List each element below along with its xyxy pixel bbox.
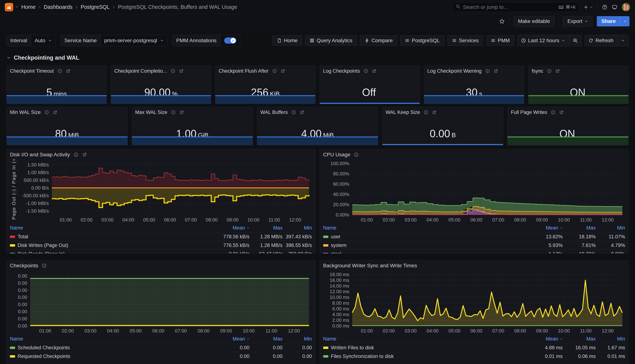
breadcrumb-dashboards[interactable]: Dashboards bbox=[44, 4, 72, 10]
stat-panel-wal-buffers[interactable]: WAL Buffers4.00MiB bbox=[257, 107, 378, 145]
user-avatar[interactable] bbox=[622, 3, 630, 12]
legend-header-mean[interactable]: Mean bbox=[198, 336, 250, 342]
checkpoints-chart[interactable]: 0.000.000.000.000.000.000.000.0001:0002:… bbox=[10, 270, 312, 334]
info-icon[interactable] bbox=[354, 152, 359, 157]
svg-text:-500.00 kB/s: -500.00 kB/s bbox=[22, 193, 49, 198]
svg-text:09:00: 09:00 bbox=[536, 328, 548, 334]
external-link-icon[interactable] bbox=[179, 69, 183, 74]
time-range-picker[interactable]: Last 12 hours bbox=[517, 35, 569, 46]
legend-header-max[interactable]: Max bbox=[250, 336, 283, 342]
pmm-menu-button[interactable]: PMM bbox=[486, 36, 514, 46]
stat-panel-min-wal-size[interactable]: Min WAL Size80MiB bbox=[7, 107, 128, 145]
query-analytics-button[interactable]: Query Analytics bbox=[305, 36, 357, 46]
svg-text:-1.00 MB/s: -1.00 MB/s bbox=[26, 200, 49, 206]
section-checkpointing-and-wal[interactable]: Checkpointing and WAL bbox=[7, 54, 628, 62]
stat-gauge-bar bbox=[528, 95, 628, 104]
breadcrumb-home[interactable]: Home bbox=[21, 4, 36, 10]
info-icon[interactable] bbox=[291, 110, 296, 115]
export-button[interactable]: Export bbox=[563, 16, 593, 26]
legend-header-max[interactable]: Max bbox=[250, 225, 283, 231]
legend-header-mean[interactable]: Mean bbox=[511, 336, 563, 342]
info-icon[interactable] bbox=[272, 69, 277, 74]
document-icon bbox=[277, 38, 282, 43]
stat-gauge-bar bbox=[257, 136, 378, 145]
search-input[interactable]: Search or jump to... ⌘+k bbox=[452, 2, 579, 12]
external-link-icon[interactable] bbox=[559, 110, 564, 115]
breadcrumb-postgresql[interactable]: PostgreSQL bbox=[81, 4, 110, 10]
stat-panel-log-checkpoint-warning[interactable]: Log Checkpoint Warning30s bbox=[424, 66, 524, 104]
zoom-out-button[interactable] bbox=[569, 35, 581, 46]
kiosk-mode-button[interactable] bbox=[612, 4, 617, 10]
logo-chevron-icon[interactable] bbox=[15, 5, 19, 10]
stat-panel-checkpoint-completion[interactable]: Checkpoint Completio...90.00% bbox=[111, 66, 211, 104]
legend-header-name[interactable]: Name bbox=[323, 336, 511, 342]
legend-header-name[interactable]: Name bbox=[10, 225, 198, 231]
external-link-icon[interactable] bbox=[281, 69, 285, 74]
svg-text:10:00: 10:00 bbox=[243, 328, 255, 334]
legend-header-min[interactable]: Min bbox=[596, 336, 625, 342]
help-button[interactable] bbox=[602, 4, 607, 10]
info-icon[interactable] bbox=[74, 152, 78, 157]
stat-panel-full-page-writes[interactable]: Full Page WritesON bbox=[507, 107, 628, 145]
cpu-usage-chart[interactable]: 0.00%20.00%40.00%60.00%80.00%100.00%01:0… bbox=[323, 159, 625, 223]
interval-select[interactable]: Auto bbox=[31, 35, 56, 46]
stat-panel-max-wal-size[interactable]: Max WAL Size1.00GiB bbox=[132, 107, 253, 145]
info-icon[interactable] bbox=[547, 69, 552, 74]
stat-panel-fsync[interactable]: fsyncON bbox=[528, 66, 628, 104]
info-icon[interactable] bbox=[58, 69, 62, 74]
external-link-icon[interactable] bbox=[53, 110, 57, 115]
stat-panel-log-checkpoints[interactable]: Log CheckpointsOff bbox=[320, 66, 420, 104]
info-icon[interactable] bbox=[551, 110, 555, 115]
info-icon[interactable] bbox=[424, 110, 428, 115]
legend-header-min[interactable]: Min bbox=[596, 225, 625, 231]
add-new-button[interactable] bbox=[583, 4, 593, 10]
home-link-button[interactable]: Home bbox=[272, 36, 302, 46]
service-name-select[interactable]: pmm-server-postgresql bbox=[101, 35, 167, 46]
postgresql-menu-button[interactable]: PostgreSQL bbox=[400, 36, 445, 46]
external-link-icon[interactable] bbox=[432, 110, 437, 115]
time-picker-group: Last 12 hours bbox=[517, 35, 582, 46]
legend-header-min[interactable]: Min bbox=[283, 336, 312, 342]
legend-header-max[interactable]: Max bbox=[563, 225, 596, 231]
info-icon[interactable] bbox=[485, 69, 490, 74]
info-icon[interactable] bbox=[364, 69, 368, 74]
legend-header-name[interactable]: Name bbox=[323, 225, 511, 231]
pmm-annotations-toggle[interactable]: ✓ bbox=[221, 35, 240, 46]
external-link-icon[interactable] bbox=[82, 152, 87, 157]
info-icon[interactable] bbox=[42, 263, 47, 268]
external-link-icon[interactable] bbox=[179, 110, 184, 115]
external-link-icon[interactable] bbox=[372, 69, 376, 74]
disk-io-chart[interactable]: 1.50 MB/s1.00 MB/s500.00 kB/s0.00 B/s-50… bbox=[10, 159, 312, 223]
make-editable-button[interactable]: Make editable bbox=[513, 16, 554, 26]
series-swatch bbox=[323, 346, 328, 349]
external-link-icon[interactable] bbox=[555, 69, 560, 74]
legend-header-min[interactable]: Min bbox=[283, 225, 312, 231]
info-icon[interactable] bbox=[171, 110, 176, 115]
legend-header-mean[interactable]: Mean bbox=[511, 225, 563, 231]
legend-header-max[interactable]: Max bbox=[563, 336, 596, 342]
info-icon[interactable] bbox=[45, 110, 49, 115]
svg-text:0.00: 0.00 bbox=[18, 323, 27, 328]
grafana-logo[interactable] bbox=[5, 3, 13, 12]
legend-header-mean[interactable]: Mean bbox=[198, 225, 250, 231]
favorite-star-button[interactable] bbox=[499, 18, 505, 24]
stat-title: WAL Buffers bbox=[260, 110, 288, 115]
share-button[interactable]: Share bbox=[597, 16, 620, 26]
external-link-icon[interactable] bbox=[494, 69, 498, 74]
services-menu-button[interactable]: Services bbox=[447, 36, 483, 46]
info-icon[interactable] bbox=[171, 69, 175, 74]
legend-header-name[interactable]: Name bbox=[10, 336, 198, 342]
share-menu-button[interactable] bbox=[620, 16, 629, 26]
refresh-interval-button[interactable] bbox=[617, 35, 628, 46]
external-link-icon[interactable] bbox=[300, 110, 304, 115]
stat-panel-checkpoint-flush-after[interactable]: Checkpoint Flush After256KiB bbox=[215, 66, 315, 104]
stat-panel-checkpoint-timeout[interactable]: Checkpoint Timeout5mins bbox=[7, 66, 107, 104]
stat-panel-wal-keep-size[interactable]: WAL Keep Size0.00B bbox=[382, 107, 503, 145]
refresh-icon bbox=[588, 38, 593, 43]
external-link-icon[interactable] bbox=[66, 69, 70, 74]
svg-text:06:00: 06:00 bbox=[164, 217, 176, 222]
background-writer-chart[interactable]: 0.00 ms2.00 ms4.00 ms6.00 ms8.00 ms10.00… bbox=[323, 270, 625, 334]
refresh-button[interactable]: Refresh bbox=[585, 35, 617, 46]
pmm-annotations-control: PMM Annotations ✓ bbox=[172, 35, 240, 46]
compare-button[interactable]: Compare bbox=[360, 36, 397, 46]
